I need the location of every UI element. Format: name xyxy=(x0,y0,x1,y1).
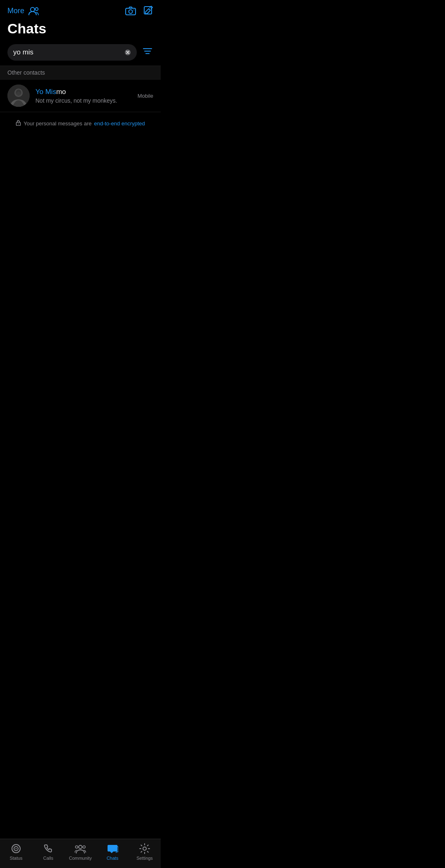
lock-icon xyxy=(16,120,21,127)
svg-point-16 xyxy=(18,124,19,125)
contact-name-rest: mo xyxy=(56,88,66,96)
search-row xyxy=(0,42,161,66)
search-input[interactable] xyxy=(13,48,121,56)
svg-point-3 xyxy=(129,10,133,14)
more-button[interactable]: More xyxy=(7,7,24,15)
contact-name: Yo Mismo xyxy=(35,88,132,96)
camera-icon[interactable] xyxy=(125,6,136,15)
header-left: More xyxy=(7,6,39,15)
svg-point-14 xyxy=(17,92,20,96)
encryption-link[interactable]: end-to-end encrypted xyxy=(94,120,145,127)
search-input-wrapper[interactable] xyxy=(7,44,137,61)
contact-status: Not my circus, not my monkeys. xyxy=(35,97,132,104)
svg-rect-2 xyxy=(126,8,136,15)
svg-point-0 xyxy=(30,7,35,12)
app-container: More xyxy=(0,0,161,313)
encryption-notice: Your personal messages are end-to-end en… xyxy=(0,112,161,134)
encryption-text: Your personal messages are xyxy=(23,120,91,127)
svg-point-4 xyxy=(134,9,134,10)
other-contacts-section-header: Other contacts xyxy=(0,66,161,80)
main-content: Other contacts Yo xyxy=(0,42,161,313)
page-title: Chats xyxy=(0,19,161,42)
filter-button[interactable] xyxy=(142,46,153,59)
contact-info: Yo Mismo Not my circus, not my monkeys. xyxy=(35,88,132,104)
header: More xyxy=(0,0,161,19)
contacts-icon[interactable] xyxy=(28,6,39,15)
contact-item[interactable]: Yo Mismo Not my circus, not my monkeys. … xyxy=(0,80,161,112)
avatar xyxy=(7,85,30,107)
search-clear-button[interactable] xyxy=(124,49,131,56)
compose-icon[interactable] xyxy=(143,6,153,16)
contact-meta: Mobile xyxy=(138,93,153,99)
contact-name-highlight: Yo Mis xyxy=(35,88,56,96)
header-right xyxy=(125,6,153,16)
svg-point-1 xyxy=(35,8,38,11)
